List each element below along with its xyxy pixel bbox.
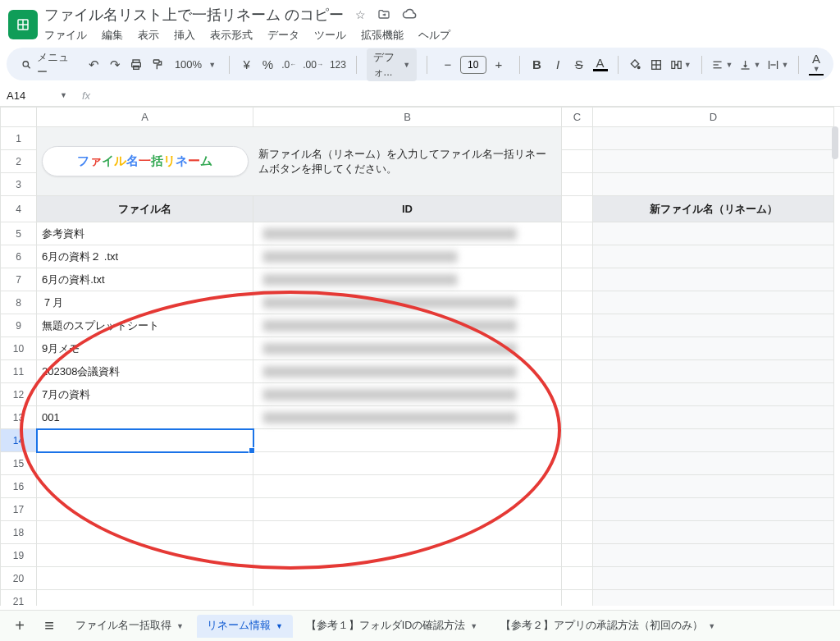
- toolbar: メニュー ↶ ↷ 100%▼ ¥ % .0← .00→ 123 デフォ...▼ …: [7, 48, 833, 80]
- row-header[interactable]: 9: [1, 314, 37, 337]
- new-name-cell[interactable]: [593, 222, 834, 245]
- file-name-cell[interactable]: 無題のスプレッドシート: [37, 314, 253, 337]
- col-header-c[interactable]: C: [562, 108, 593, 127]
- font-size-control: − 10 +: [437, 54, 509, 76]
- fx-icon: fx: [74, 89, 98, 102]
- menu-file[interactable]: ファイル: [44, 28, 87, 43]
- text-color-2-icon[interactable]: A▼: [809, 54, 824, 76]
- row-header[interactable]: 16: [1, 475, 37, 498]
- all-sheets-button[interactable]: ≡: [36, 614, 62, 639]
- file-name-cell[interactable]: 6月の資料２ .txt: [37, 245, 253, 268]
- select-all-corner[interactable]: [1, 108, 37, 127]
- row-header[interactable]: 8: [1, 291, 37, 314]
- new-name-cell[interactable]: [593, 337, 834, 360]
- row-header[interactable]: 14: [1, 429, 37, 452]
- move-to-folder-icon[interactable]: [377, 8, 390, 21]
- menu-search[interactable]: メニュー: [16, 54, 80, 76]
- row-header[interactable]: 18: [1, 521, 37, 544]
- font-size-input[interactable]: 10: [460, 56, 486, 74]
- star-icon[interactable]: ☆: [355, 8, 366, 21]
- row-header[interactable]: 19: [1, 544, 37, 567]
- file-name-cell[interactable]: 9月メモ: [37, 337, 253, 360]
- undo-icon[interactable]: ↶: [87, 54, 102, 76]
- bold-icon[interactable]: B: [529, 54, 544, 76]
- row-header[interactable]: 21: [1, 590, 37, 607]
- row-header[interactable]: 3: [1, 173, 37, 196]
- name-box[interactable]: A14▼: [0, 85, 74, 106]
- percent-icon[interactable]: %: [260, 54, 275, 76]
- borders-icon[interactable]: [649, 54, 664, 76]
- strikethrough-icon[interactable]: S: [572, 54, 587, 76]
- col-header-d[interactable]: D: [593, 108, 834, 127]
- row-header[interactable]: 10: [1, 337, 37, 360]
- file-name-cell[interactable]: ７月: [37, 291, 253, 314]
- menu-edit[interactable]: 編集: [102, 28, 123, 43]
- row-header[interactable]: 20: [1, 567, 37, 590]
- menu-extensions[interactable]: 拡張機能: [361, 28, 404, 43]
- file-name-cell[interactable]: 参考資料: [37, 222, 253, 245]
- file-name-cell[interactable]: 6月の資料.txt: [37, 268, 253, 291]
- text-wrap-icon[interactable]: ▼: [767, 54, 788, 76]
- redo-icon[interactable]: ↷: [108, 54, 123, 76]
- row-header[interactable]: 12: [1, 383, 37, 406]
- italic-icon[interactable]: I: [550, 54, 565, 76]
- currency-yen-icon[interactable]: ¥: [240, 54, 254, 76]
- document-title[interactable]: ファイル名リスト上で一括リネーム のコピー: [44, 5, 344, 25]
- row-header[interactable]: 5: [1, 222, 37, 245]
- row-header[interactable]: 2: [1, 150, 37, 173]
- print-icon[interactable]: [129, 54, 144, 76]
- text-color-icon[interactable]: A: [593, 54, 608, 76]
- rename-button[interactable]: ファイル名一括リネーム: [42, 146, 249, 176]
- decrease-decimal-icon[interactable]: .0←: [281, 54, 296, 76]
- cloud-saved-icon[interactable]: [402, 7, 417, 22]
- new-name-cell[interactable]: [593, 360, 834, 383]
- col-header-a[interactable]: A: [37, 108, 253, 127]
- new-name-cell[interactable]: [593, 291, 834, 314]
- row-header[interactable]: 7: [1, 268, 37, 291]
- sheet-tab[interactable]: 【参考２】アプリの承認方法（初回のみ）▼: [491, 615, 725, 638]
- add-sheet-button[interactable]: +: [7, 614, 33, 639]
- new-name-cell[interactable]: [593, 314, 834, 337]
- sheet-tab[interactable]: ファイル名一括取得▼: [66, 615, 194, 638]
- font-size-increase[interactable]: +: [488, 54, 509, 76]
- font-family-dropdown[interactable]: デフォ...▼: [367, 48, 417, 81]
- row-header[interactable]: 15: [1, 452, 37, 475]
- new-name-cell[interactable]: [593, 383, 834, 406]
- col-header-b[interactable]: B: [253, 108, 562, 127]
- new-name-cell[interactable]: [593, 268, 834, 291]
- row-header[interactable]: 6: [1, 245, 37, 268]
- side-panel[interactable]: [830, 123, 840, 163]
- menu-tools[interactable]: ツール: [314, 28, 346, 43]
- zoom-dropdown[interactable]: 100%▼: [171, 58, 219, 71]
- menu-help[interactable]: ヘルプ: [418, 28, 450, 43]
- merge-cells-icon[interactable]: ▼: [670, 54, 692, 76]
- menu-view[interactable]: 表示: [138, 28, 159, 43]
- new-name-cell[interactable]: [593, 429, 834, 452]
- file-name-cell[interactable]: 001: [37, 406, 253, 429]
- new-name-cell[interactable]: [593, 245, 834, 268]
- active-cell[interactable]: [37, 429, 253, 452]
- font-size-decrease[interactable]: −: [437, 54, 459, 76]
- new-name-cell[interactable]: [593, 406, 834, 429]
- row-header[interactable]: 11: [1, 360, 37, 383]
- more-formats-icon[interactable]: 123: [330, 54, 346, 76]
- file-name-cell[interactable]: 202308会議資料: [37, 360, 253, 383]
- sheet-tab[interactable]: リネーム情報▼: [197, 615, 293, 638]
- sheet-tab[interactable]: 【参考１】フォルダIDの確認方法▼: [296, 615, 487, 638]
- file-name-cell[interactable]: 7月の資料: [37, 383, 253, 406]
- menu-insert[interactable]: 挿入: [174, 28, 195, 43]
- row-header[interactable]: 17: [1, 498, 37, 521]
- fill-color-icon[interactable]: [628, 54, 642, 76]
- row-header[interactable]: 1: [1, 127, 37, 150]
- increase-decimal-icon[interactable]: .00→: [303, 54, 323, 76]
- spreadsheet-grid[interactable]: A B C D 1 ファイル名一括リネーム 新ファイル名（リネーム）を入力してフ…: [0, 107, 840, 606]
- row-header[interactable]: 4: [1, 196, 37, 222]
- vertical-align-icon[interactable]: ▼: [739, 54, 760, 76]
- menu-format[interactable]: 表示形式: [210, 28, 253, 43]
- row-header[interactable]: 13: [1, 406, 37, 429]
- horizontal-align-icon[interactable]: ▼: [711, 54, 733, 76]
- menu-data[interactable]: データ: [267, 28, 299, 43]
- paint-format-icon[interactable]: [150, 54, 165, 76]
- svg-rect-13: [672, 61, 675, 68]
- blurred-id: blurred: [263, 389, 517, 401]
